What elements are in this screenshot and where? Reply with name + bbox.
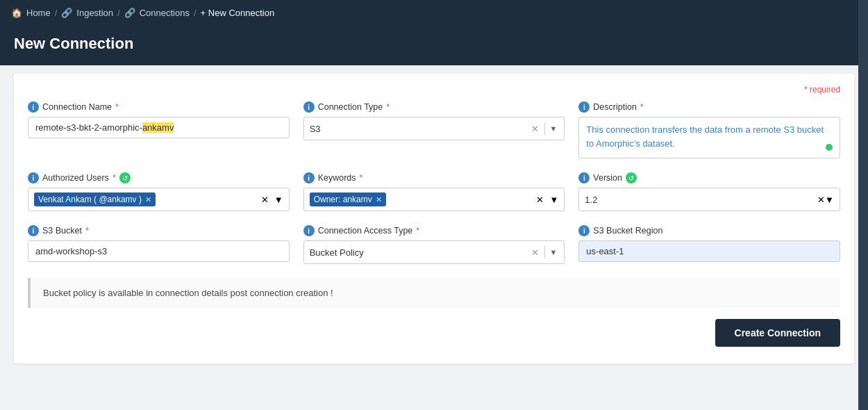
- divider-1: [544, 122, 545, 135]
- authorized-users-clear[interactable]: ✕: [261, 195, 269, 205]
- description-label: i Description *: [578, 101, 840, 113]
- description-text: This connection transfers the data from …: [586, 124, 824, 149]
- authorized-users-arrow[interactable]: ▼: [274, 195, 283, 205]
- link-icon: 🔗: [61, 8, 72, 18]
- sep-2: /: [117, 8, 120, 18]
- connection-type-info-icon: i: [303, 101, 315, 113]
- main-form: * required i Connection Name * remote-s3…: [14, 74, 854, 363]
- keywords-info-icon: i: [303, 172, 315, 183]
- version-clear[interactable]: ✕: [817, 195, 825, 205]
- s3-bucket-region-info-icon: i: [578, 225, 590, 236]
- nav-home[interactable]: Home: [26, 8, 51, 18]
- connection-name-input[interactable]: remote-s3-bkt-2-amorphic-ankamv: [28, 117, 290, 138]
- create-connection-button[interactable]: Create Connection: [715, 319, 840, 347]
- connections-icon: 🔗: [124, 8, 135, 18]
- authorized-users-tag-remove[interactable]: ✕: [145, 195, 151, 204]
- authorized-users-input[interactable]: Venkat Ankam ( @ankamv ) ✕ ✕ ▼: [28, 188, 290, 211]
- version-refresh-icon[interactable]: ↺: [626, 172, 637, 183]
- connection-name-label: i Connection Name *: [28, 101, 290, 113]
- authorized-users-tag-label: Venkat Ankam ( @ankamv ): [38, 195, 142, 204]
- sep-1: /: [55, 8, 58, 18]
- version-info-icon: i: [578, 172, 590, 183]
- description-status-dot: [826, 144, 833, 151]
- s3-bucket-label: i S3 Bucket *: [28, 225, 290, 236]
- description-input[interactable]: This connection transfers the data from …: [578, 117, 840, 158]
- connection-access-type-value: Bucket Policy: [310, 247, 529, 258]
- connection-type-value: S3: [310, 124, 529, 134]
- s3-bucket-region-label: i S3 Bucket Region: [578, 225, 840, 236]
- connection-access-type-select[interactable]: Bucket Policy ✕ ▼: [303, 240, 565, 264]
- description-info-icon: i: [578, 101, 590, 113]
- version-select[interactable]: 1.2 ✕ ▼: [578, 188, 840, 211]
- authorized-users-refresh-icon[interactable]: ↺: [119, 172, 131, 183]
- form-row-1: i Connection Name * remote-s3-bkt-2-amor…: [28, 101, 840, 158]
- connection-access-type-clear[interactable]: ✕: [528, 247, 542, 258]
- connection-name-group: i Connection Name * remote-s3-bkt-2-amor…: [28, 101, 290, 158]
- info-box: Bucket policy is available in connection…: [28, 278, 840, 308]
- required-note: * required: [28, 85, 840, 95]
- nav-new-connection: + New Connection: [201, 8, 275, 18]
- description-group: i Description * This connection transfer…: [578, 101, 840, 158]
- sep-3: /: [194, 8, 197, 18]
- keywords-tag-remove[interactable]: ✕: [376, 195, 382, 204]
- connection-access-type-arrow[interactable]: ▼: [548, 248, 558, 256]
- connection-type-arrow[interactable]: ▼: [548, 124, 558, 133]
- connection-access-type-info-icon: i: [303, 225, 315, 236]
- s3-bucket-region-input[interactable]: [578, 240, 840, 262]
- connection-type-label: i Connection Type *: [303, 101, 565, 113]
- info-box-text: Bucket policy is available in connection…: [43, 288, 333, 298]
- connection-type-group: i Connection Type * S3 ✕ ▼: [303, 101, 565, 158]
- breadcrumb: 🏠 Home / 🔗 Ingestion / 🔗 Connections / +…: [0, 0, 868, 25]
- authorized-users-info-icon: i: [28, 172, 39, 183]
- scrollbar[interactable]: [858, 0, 868, 372]
- connection-name-prefix: remote-s3-bkt-2-amorphic-: [35, 122, 142, 133]
- keywords-label: i Keywords *: [303, 172, 565, 183]
- authorized-users-group: i Authorized Users * ↺ Venkat Ankam ( @a…: [28, 172, 290, 211]
- form-row-3: i S3 Bucket * i Connection Access Type *…: [28, 225, 840, 264]
- version-value: 1.2: [585, 195, 817, 205]
- s3-bucket-region-group: i S3 Bucket Region: [578, 225, 840, 264]
- authorized-users-label: i Authorized Users * ↺: [28, 172, 290, 183]
- keywords-tag: Owner: ankamv ✕: [310, 192, 386, 206]
- s3-bucket-group: i S3 Bucket *: [28, 225, 290, 264]
- divider-5: [544, 246, 545, 259]
- nav-ingestion[interactable]: Ingestion: [76, 8, 113, 18]
- connection-name-highlight: ankamv: [142, 122, 174, 133]
- keywords-arrow[interactable]: ▼: [549, 195, 558, 205]
- keywords-input[interactable]: Owner: ankamv ✕ ✕ ▼: [303, 188, 565, 211]
- connection-type-clear[interactable]: ✕: [528, 124, 542, 134]
- keywords-tag-label: Owner: ankamv: [314, 195, 372, 204]
- home-icon: 🏠: [11, 8, 22, 18]
- keywords-clear[interactable]: ✕: [536, 195, 544, 205]
- page-header: New Connection: [0, 25, 868, 65]
- version-label: i Version ↺: [578, 172, 840, 183]
- s3-bucket-input[interactable]: [28, 240, 290, 262]
- s3-bucket-info-icon: i: [28, 225, 39, 236]
- nav-connections[interactable]: Connections: [140, 8, 190, 18]
- version-arrow[interactable]: ▼: [825, 195, 834, 205]
- connection-type-select[interactable]: S3 ✕ ▼: [303, 117, 565, 140]
- keywords-group: i Keywords * Owner: ankamv ✕ ✕ ▼: [303, 172, 565, 211]
- connection-access-type-group: i Connection Access Type * Bucket Policy…: [303, 225, 565, 264]
- form-row-2: i Authorized Users * ↺ Venkat Ankam ( @a…: [28, 172, 840, 211]
- connection-name-info-icon: i: [28, 101, 39, 113]
- page-title: New Connection: [14, 35, 133, 52]
- connection-access-type-label: i Connection Access Type *: [303, 225, 565, 236]
- version-group: i Version ↺ 1.2 ✕ ▼: [578, 172, 840, 211]
- authorized-users-tag: Venkat Ankam ( @ankamv ) ✕: [34, 192, 156, 206]
